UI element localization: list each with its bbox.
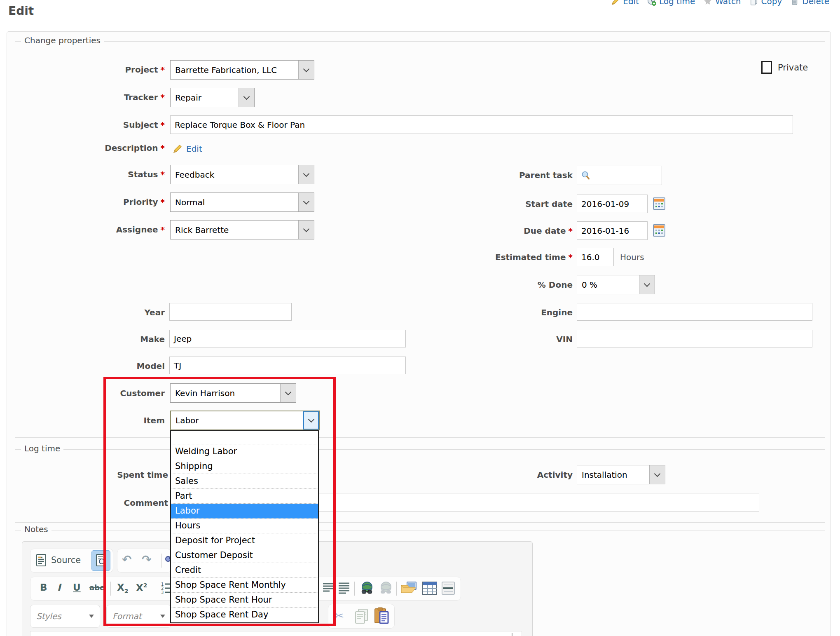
year-input[interactable] bbox=[169, 303, 292, 321]
toolbar-divider bbox=[156, 582, 156, 596]
dropdown-option[interactable]: Labor bbox=[171, 504, 318, 519]
dropdown-option[interactable]: Part bbox=[171, 489, 318, 504]
dropdown-option[interactable]: Sales bbox=[171, 474, 318, 489]
assignee-select[interactable]: Rick Barrette bbox=[170, 220, 314, 239]
dropdown-option[interactable]: Customer Deposit bbox=[171, 548, 318, 563]
copy-button-icon[interactable] bbox=[353, 608, 370, 625]
copy-action-label: Copy bbox=[761, 0, 782, 6]
activity-label: Activity bbox=[437, 470, 573, 480]
activity-select-arrow[interactable] bbox=[649, 465, 665, 484]
project-select-arrow[interactable] bbox=[298, 61, 314, 79]
assignee-select-arrow[interactable] bbox=[298, 221, 314, 239]
issue-edit-page: Edit Log time Watch Copy Delete Edit Cha… bbox=[0, 0, 840, 636]
engine-input[interactable] bbox=[577, 303, 812, 321]
start-date-input[interactable]: 2016-01-09 bbox=[577, 195, 648, 213]
format-dropdown[interactable]: Format bbox=[106, 605, 171, 628]
description-edit-link[interactable]: Edit bbox=[186, 144, 202, 154]
paste-button-icon[interactable] bbox=[373, 607, 390, 625]
dropdown-option[interactable] bbox=[171, 431, 318, 444]
percent-done-select-arrow[interactable] bbox=[639, 275, 655, 294]
item-select[interactable]: Labor bbox=[170, 411, 320, 430]
dropdown-option[interactable]: Shop Space Rent Monthly bbox=[171, 578, 318, 593]
triangle-down-icon bbox=[160, 615, 165, 618]
underline-button[interactable]: U bbox=[73, 582, 81, 593]
undo-button[interactable]: ↶ bbox=[122, 553, 131, 566]
tracker-value: Repair bbox=[171, 88, 239, 107]
required-marker: * bbox=[161, 65, 165, 75]
status-label: Status* bbox=[16, 169, 165, 179]
toolbar-divider bbox=[161, 554, 162, 568]
div-container-icon[interactable] bbox=[338, 581, 350, 595]
image-icon[interactable] bbox=[400, 580, 418, 596]
make-value: Jeep bbox=[174, 334, 192, 344]
preview-button[interactable] bbox=[91, 550, 110, 571]
status-select[interactable]: Feedback bbox=[170, 165, 314, 184]
percent-done-value: 0 % bbox=[577, 275, 639, 294]
tracker-select-arrow[interactable] bbox=[239, 88, 254, 107]
vin-input[interactable] bbox=[577, 330, 812, 347]
strikethrough-button[interactable]: abc bbox=[89, 583, 104, 592]
item-select-arrow[interactable] bbox=[303, 411, 319, 429]
superscript-button[interactable]: X2 bbox=[136, 582, 147, 593]
make-input[interactable]: Jeep bbox=[169, 330, 406, 347]
percent-done-label: % Done bbox=[437, 280, 573, 290]
customer-select-arrow[interactable] bbox=[280, 384, 296, 402]
horizontal-rule-icon[interactable] bbox=[441, 581, 456, 596]
table-icon[interactable] bbox=[422, 581, 438, 596]
dropdown-option[interactable]: Shipping bbox=[171, 459, 318, 474]
link-icon[interactable] bbox=[359, 580, 375, 596]
chevron-down-icon bbox=[308, 416, 314, 423]
dropdown-option[interactable]: Hours bbox=[171, 519, 318, 533]
status-value: Feedback bbox=[171, 165, 298, 184]
activity-select[interactable]: Installation bbox=[577, 465, 665, 484]
italic-button[interactable]: I bbox=[57, 582, 61, 593]
estimated-time-input[interactable]: 16.0 bbox=[577, 248, 614, 266]
subject-label: Subject* bbox=[16, 120, 165, 130]
notes-content-area[interactable] bbox=[30, 631, 522, 636]
customer-select[interactable]: Kevin Harrison bbox=[170, 383, 296, 403]
bold-button[interactable]: B bbox=[40, 582, 47, 593]
priority-select[interactable]: Normal bbox=[170, 192, 314, 212]
styles-dropdown[interactable]: Styles bbox=[30, 605, 100, 628]
percent-done-select[interactable]: 0 % bbox=[577, 275, 655, 294]
calendar-icon[interactable] bbox=[653, 197, 665, 210]
watch-action-link[interactable]: Watch bbox=[703, 0, 741, 6]
subscript-button[interactable]: X2 bbox=[117, 582, 128, 594]
model-input[interactable]: TJ bbox=[169, 357, 406, 374]
private-checkbox[interactable] bbox=[761, 61, 772, 74]
blockquote-icon[interactable] bbox=[322, 581, 334, 595]
dropdown-option[interactable]: Welding Labor bbox=[171, 444, 318, 459]
estimated-time-value: 16.0 bbox=[581, 252, 600, 262]
tracker-select[interactable]: Repair bbox=[170, 88, 255, 107]
dropdown-option[interactable]: Shop Space Rent Hour bbox=[171, 593, 318, 608]
calendar-icon[interactable] bbox=[653, 224, 665, 237]
engine-label: Engine bbox=[437, 307, 573, 317]
contextual-actions: Edit Log time Watch Copy Delete bbox=[611, 0, 829, 6]
watch-action-label: Watch bbox=[715, 0, 741, 6]
due-date-input[interactable]: 2016-01-16 bbox=[577, 221, 648, 240]
required-marker: * bbox=[161, 197, 165, 207]
item-value: Labor bbox=[171, 411, 303, 429]
delete-action-link[interactable]: Delete bbox=[790, 0, 829, 6]
customer-label: Customer bbox=[16, 388, 165, 398]
dropdown-option[interactable]: Credit bbox=[171, 563, 318, 578]
priority-label: Priority* bbox=[16, 197, 165, 207]
unlink-icon[interactable] bbox=[378, 580, 394, 596]
copy-action-link[interactable]: Copy bbox=[749, 0, 782, 6]
subject-input[interactable]: Replace Torque Box & Floor Pan bbox=[170, 115, 793, 134]
subject-value: Replace Torque Box & Floor Pan bbox=[175, 120, 305, 130]
dropdown-option[interactable]: Shop Space Rent Day bbox=[171, 608, 318, 622]
edit-action-link[interactable]: Edit bbox=[611, 0, 639, 6]
priority-select-arrow[interactable] bbox=[298, 193, 314, 211]
required-marker: * bbox=[569, 226, 573, 236]
dropdown-option[interactable]: Deposit for Project bbox=[171, 533, 318, 548]
log-time-action-link[interactable]: Log time bbox=[647, 0, 695, 6]
scroll-up-icon[interactable] bbox=[512, 633, 512, 636]
cut-button[interactable]: ✂ bbox=[334, 608, 344, 623]
status-select-arrow[interactable] bbox=[298, 165, 314, 184]
project-select[interactable]: Barrette Fabrication, LLC bbox=[170, 60, 314, 80]
log-time-action-label: Log time bbox=[659, 0, 695, 6]
triangle-down-icon bbox=[89, 615, 94, 618]
source-button[interactable]: Source bbox=[51, 555, 81, 565]
redo-button[interactable]: ↷ bbox=[142, 553, 151, 566]
